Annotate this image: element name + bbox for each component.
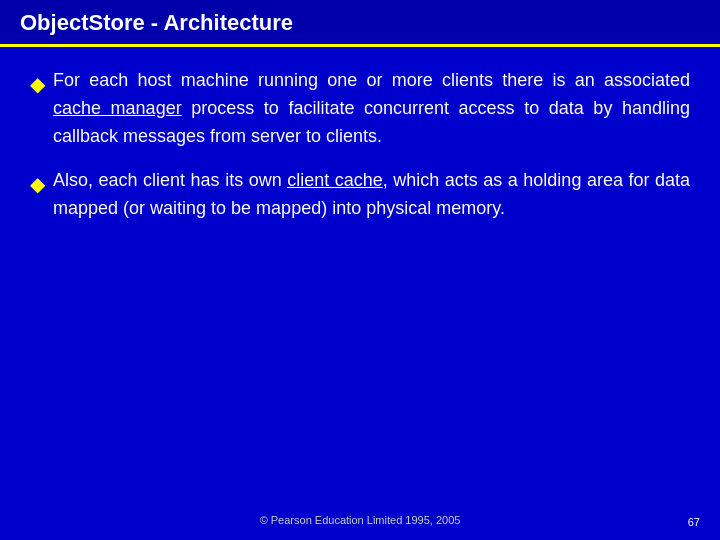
footer: © Pearson Education Limited 1995, 2005 6… — [0, 502, 720, 540]
copyright-text: © Pearson Education Limited 1995, 2005 — [260, 514, 461, 526]
bullet-text-1: For each host machine running one or mor… — [53, 67, 690, 151]
page-number: 67 — [688, 516, 700, 528]
content-area: ◆ For each host machine running one or m… — [0, 47, 720, 502]
bullet-icon-1: ◆ — [30, 69, 45, 99]
bullet-item-2: ◆ Also, each client has its own client c… — [30, 167, 690, 223]
bullet-text-2: Also, each client has its own client cac… — [53, 167, 690, 223]
title-bar: ObjectStore - Architecture — [0, 0, 720, 47]
slide: ObjectStore - Architecture ◆ For each ho… — [0, 0, 720, 540]
cache-manager-link: cache manager — [53, 98, 182, 118]
bullet-icon-2: ◆ — [30, 169, 45, 199]
bullet-item-1: ◆ For each host machine running one or m… — [30, 67, 690, 151]
client-cache-link: client cache — [287, 170, 383, 190]
slide-title: ObjectStore - Architecture — [20, 10, 293, 35]
